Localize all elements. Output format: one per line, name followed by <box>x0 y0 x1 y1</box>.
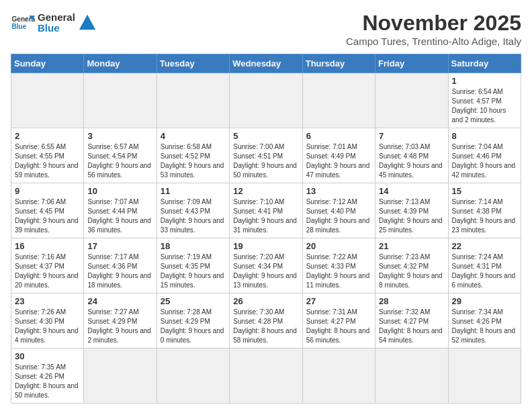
calendar-day-cell <box>375 73 448 128</box>
day-number: 5 <box>233 131 298 141</box>
day-info: Sunrise: 7:23 AM Sunset: 4:32 PM Dayligh… <box>379 253 444 290</box>
calendar-day-cell <box>375 349 448 404</box>
day-info: Sunrise: 7:19 AM Sunset: 4:35 PM Dayligh… <box>161 253 226 290</box>
day-number: 27 <box>306 296 371 306</box>
calendar-subtitle: Campo Tures, Trentino-Alto Adige, Italy <box>346 36 521 47</box>
calendar-day-cell: 21Sunrise: 7:23 AM Sunset: 4:32 PM Dayli… <box>375 238 448 293</box>
calendar-day-cell: 27Sunrise: 7:31 AM Sunset: 4:27 PM Dayli… <box>302 293 375 349</box>
day-info: Sunrise: 6:57 AM Sunset: 4:54 PM Dayligh… <box>87 142 152 180</box>
day-info: Sunrise: 7:12 AM Sunset: 4:40 PM Dayligh… <box>306 197 371 235</box>
day-info: Sunrise: 7:17 AM Sunset: 4:36 PM Dayligh… <box>87 253 152 290</box>
day-number: 1 <box>452 76 517 86</box>
calendar-day-cell: 15Sunrise: 7:14 AM Sunset: 4:38 PM Dayli… <box>448 183 521 238</box>
calendar-day-cell: 11Sunrise: 7:09 AM Sunset: 4:43 PM Dayli… <box>157 183 229 238</box>
logo-general-text: General <box>38 12 75 24</box>
calendar-day-cell: 20Sunrise: 7:22 AM Sunset: 4:33 PM Dayli… <box>302 238 375 293</box>
calendar-week-row: 2Sunrise: 6:55 AM Sunset: 4:55 PM Daylig… <box>11 128 521 183</box>
calendar-week-row: 16Sunrise: 7:16 AM Sunset: 4:37 PM Dayli… <box>11 238 521 293</box>
calendar-week-row: 23Sunrise: 7:26 AM Sunset: 4:30 PM Dayli… <box>11 293 521 349</box>
calendar-day-cell: 29Sunrise: 7:34 AM Sunset: 4:26 PM Dayli… <box>448 293 521 349</box>
calendar-day-cell: 8Sunrise: 7:04 AM Sunset: 4:46 PM Daylig… <box>448 128 521 183</box>
calendar-day-cell: 25Sunrise: 7:28 AM Sunset: 4:29 PM Dayli… <box>157 293 229 349</box>
day-info: Sunrise: 7:00 AM Sunset: 4:51 PM Dayligh… <box>233 142 298 180</box>
calendar-day-cell <box>84 349 157 404</box>
day-number: 24 <box>87 296 152 306</box>
day-number: 21 <box>379 241 444 251</box>
day-number: 4 <box>161 131 226 141</box>
calendar-day-cell: 19Sunrise: 7:20 AM Sunset: 4:34 PM Dayli… <box>230 238 302 293</box>
svg-marker-3 <box>79 15 95 30</box>
day-info: Sunrise: 7:01 AM Sunset: 4:49 PM Dayligh… <box>306 142 371 180</box>
day-number: 22 <box>452 241 517 251</box>
day-number: 17 <box>87 241 152 251</box>
calendar-day-cell: 23Sunrise: 7:26 AM Sunset: 4:30 PM Dayli… <box>11 293 84 349</box>
day-number: 28 <box>379 296 444 306</box>
calendar-day-cell: 3Sunrise: 6:57 AM Sunset: 4:54 PM Daylig… <box>84 128 157 183</box>
calendar-day-cell: 18Sunrise: 7:19 AM Sunset: 4:35 PM Dayli… <box>157 238 229 293</box>
calendar-day-cell: 1Sunrise: 6:54 AM Sunset: 4:57 PM Daylig… <box>448 73 521 128</box>
calendar-week-row: 30Sunrise: 7:35 AM Sunset: 4:26 PM Dayli… <box>11 349 521 404</box>
day-info: Sunrise: 7:06 AM Sunset: 4:45 PM Dayligh… <box>15 197 80 235</box>
day-number: 3 <box>87 131 152 141</box>
calendar-day-cell: 7Sunrise: 7:03 AM Sunset: 4:48 PM Daylig… <box>375 128 448 183</box>
calendar-day-cell: 24Sunrise: 7:27 AM Sunset: 4:29 PM Dayli… <box>84 293 157 349</box>
calendar-day-cell <box>11 73 84 128</box>
calendar-day-cell <box>302 73 375 128</box>
day-number: 16 <box>15 241 80 251</box>
calendar-day-cell: 16Sunrise: 7:16 AM Sunset: 4:37 PM Dayli… <box>11 238 84 293</box>
day-info: Sunrise: 7:28 AM Sunset: 4:29 PM Dayligh… <box>161 308 226 345</box>
calendar-day-cell <box>230 73 302 128</box>
calendar-day-cell: 5Sunrise: 7:00 AM Sunset: 4:51 PM Daylig… <box>230 128 302 183</box>
calendar-day-cell <box>157 349 229 404</box>
calendar-day-cell: 26Sunrise: 7:30 AM Sunset: 4:28 PM Dayli… <box>230 293 302 349</box>
calendar-day-cell: 17Sunrise: 7:17 AM Sunset: 4:36 PM Dayli… <box>84 238 157 293</box>
day-info: Sunrise: 6:55 AM Sunset: 4:55 PM Dayligh… <box>15 142 80 180</box>
calendar-day-cell: 4Sunrise: 6:58 AM Sunset: 4:52 PM Daylig… <box>157 128 229 183</box>
day-info: Sunrise: 6:58 AM Sunset: 4:52 PM Dayligh… <box>161 142 226 180</box>
weekday-header: Tuesday <box>157 54 229 73</box>
calendar-day-cell: 13Sunrise: 7:12 AM Sunset: 4:40 PM Dayli… <box>302 183 375 238</box>
calendar-title: November 2025 <box>346 11 521 36</box>
day-info: Sunrise: 7:26 AM Sunset: 4:30 PM Dayligh… <box>15 308 80 345</box>
day-info: Sunrise: 6:54 AM Sunset: 4:57 PM Dayligh… <box>452 87 517 125</box>
day-number: 9 <box>15 186 80 196</box>
day-info: Sunrise: 7:34 AM Sunset: 4:26 PM Dayligh… <box>452 308 517 345</box>
weekday-header: Wednesday <box>230 54 302 73</box>
day-info: Sunrise: 7:35 AM Sunset: 4:26 PM Dayligh… <box>15 363 80 400</box>
calendar-header-row: SundayMondayTuesdayWednesdayThursdayFrid… <box>11 54 521 73</box>
calendar-day-cell: 9Sunrise: 7:06 AM Sunset: 4:45 PM Daylig… <box>11 183 84 238</box>
day-number: 12 <box>233 186 298 196</box>
day-number: 14 <box>379 186 444 196</box>
weekday-header: Thursday <box>302 54 375 73</box>
day-number: 11 <box>161 186 226 196</box>
day-number: 8 <box>452 131 517 141</box>
day-number: 10 <box>87 186 152 196</box>
day-number: 19 <box>233 241 298 251</box>
day-info: Sunrise: 7:16 AM Sunset: 4:37 PM Dayligh… <box>15 253 80 290</box>
day-number: 15 <box>452 186 517 196</box>
day-info: Sunrise: 7:14 AM Sunset: 4:38 PM Dayligh… <box>452 197 517 235</box>
day-number: 2 <box>15 131 80 141</box>
day-number: 13 <box>306 186 371 196</box>
day-info: Sunrise: 7:22 AM Sunset: 4:33 PM Dayligh… <box>306 253 371 290</box>
calendar-day-cell <box>230 349 302 404</box>
day-info: Sunrise: 7:09 AM Sunset: 4:43 PM Dayligh… <box>161 197 226 235</box>
calendar-day-cell: 28Sunrise: 7:32 AM Sunset: 4:27 PM Dayli… <box>375 293 448 349</box>
weekday-header: Monday <box>84 54 157 73</box>
day-info: Sunrise: 7:32 AM Sunset: 4:27 PM Dayligh… <box>379 308 444 345</box>
day-info: Sunrise: 7:10 AM Sunset: 4:41 PM Dayligh… <box>233 197 298 235</box>
day-info: Sunrise: 7:31 AM Sunset: 4:27 PM Dayligh… <box>306 308 371 345</box>
logo-blue-text: Blue <box>38 23 75 34</box>
day-info: Sunrise: 7:30 AM Sunset: 4:28 PM Dayligh… <box>233 308 298 345</box>
calendar-day-cell: 10Sunrise: 7:07 AM Sunset: 4:44 PM Dayli… <box>84 183 157 238</box>
calendar-table: SundayMondayTuesdayWednesdayThursdayFrid… <box>11 54 521 404</box>
calendar-day-cell: 14Sunrise: 7:13 AM Sunset: 4:39 PM Dayli… <box>375 183 448 238</box>
calendar-week-row: 1Sunrise: 6:54 AM Sunset: 4:57 PM Daylig… <box>11 73 521 128</box>
day-number: 18 <box>161 241 226 251</box>
day-info: Sunrise: 7:20 AM Sunset: 4:34 PM Dayligh… <box>233 253 298 290</box>
day-number: 20 <box>306 241 371 251</box>
day-number: 29 <box>452 296 517 306</box>
page-header: General Blue General Blue November 2025 … <box>11 11 521 47</box>
calendar-day-cell: 12Sunrise: 7:10 AM Sunset: 4:41 PM Dayli… <box>230 183 302 238</box>
calendar-day-cell <box>84 73 157 128</box>
